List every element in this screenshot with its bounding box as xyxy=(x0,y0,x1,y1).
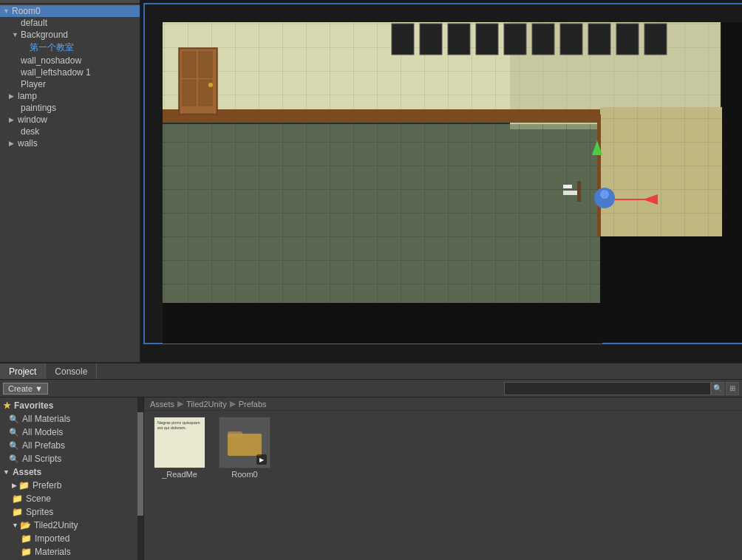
project-toolbar: Create ▼ 🔍 ⊞ xyxy=(0,380,742,397)
bottom-tabs: Project Console xyxy=(0,363,742,380)
hierarchy-item-desk[interactable]: desk xyxy=(0,126,140,137)
hierarchy-item-label: desk xyxy=(21,126,39,137)
layout-icon: ⊞ xyxy=(729,384,735,392)
room0-content: ▶ xyxy=(219,417,270,468)
hierarchy-item-label: window xyxy=(18,115,47,125)
tree-scrollbar[interactable] xyxy=(137,397,143,560)
svg-rect-32 xyxy=(600,236,722,342)
breadcrumb: Assets ▶ Tiled2Unity ▶ Prefabs xyxy=(144,397,742,411)
svg-point-26 xyxy=(208,83,213,87)
hierarchy-item-paintings[interactable]: paintings xyxy=(0,102,140,114)
asset-room0-label: Room0 xyxy=(231,470,257,479)
ptree-all-models[interactable]: 🔍 All Models xyxy=(0,426,143,439)
search-button[interactable]: 🔍 xyxy=(711,382,724,395)
svg-point-39 xyxy=(600,190,609,199)
asset-readme[interactable]: Negras porro quisquam est qui dolorem. _… xyxy=(150,417,209,479)
tree-scroll-thumb[interactable] xyxy=(137,412,143,516)
hierarchy-item-label: Background xyxy=(21,30,68,40)
search-icon-small: 🔍 xyxy=(9,428,19,437)
svg-rect-42 xyxy=(563,185,572,188)
hierarchy-item-player[interactable]: Player xyxy=(0,78,140,90)
hierarchy-item-wall-leftshadow[interactable]: wall_leftshadow 1 xyxy=(0,66,140,78)
svg-rect-30 xyxy=(600,107,722,236)
ptree-sprites[interactable]: 📁 Sprites xyxy=(0,505,143,519)
tab-project-label: Project xyxy=(9,366,36,377)
ptree-all-scripts[interactable]: 🔍 All Scripts xyxy=(0,452,143,465)
search-icon-small: 🔍 xyxy=(9,414,19,424)
asset-room0[interactable]: ▶ Room0 xyxy=(215,417,274,479)
tab-console-label: Console xyxy=(55,366,87,377)
breadcrumb-prefabs: Prefabs xyxy=(239,400,267,409)
assets-label: Assets xyxy=(13,467,41,477)
search-icon-small: 🔍 xyxy=(9,454,19,464)
hierarchy-item-label: Player xyxy=(21,79,46,89)
arrow-icon: ▶ xyxy=(9,140,18,147)
folder-icon: 📁 xyxy=(18,480,30,491)
folder-svg xyxy=(226,428,263,457)
asset-readme-thumb: Negras porro quisquam est qui dolorem. xyxy=(154,417,205,468)
hierarchy-item-label: default xyxy=(21,18,47,28)
ptree-label: Materials xyxy=(35,547,71,557)
tab-project[interactable]: Project xyxy=(0,363,46,379)
assets-right-panel: Assets ▶ Tiled2Unity ▶ Prefabs Negras po… xyxy=(144,397,742,560)
hierarchy-content: ▼ Room0 default ▼ Background 第一个教室 xyxy=(0,4,140,362)
hierarchy-item-default[interactable]: default xyxy=(0,17,140,29)
assets-tree-header: ▼ Assets xyxy=(0,465,143,479)
hierarchy-item-label: lamp xyxy=(18,91,37,101)
ptree-tiled2unity[interactable]: ▼ 📂 Tiled2Unity xyxy=(0,519,143,532)
hierarchy-item-label: paintings xyxy=(21,103,56,113)
hierarchy-item-chinese[interactable]: 第一个教室 xyxy=(0,41,140,55)
ptree-label: Tiled2Unity xyxy=(34,520,78,530)
folder-icon: 📁 xyxy=(12,494,23,504)
asset-room0-thumb: ▶ xyxy=(219,417,270,468)
assets-arrow-icon: ▼ xyxy=(3,468,10,476)
arrow-icon: ▶ xyxy=(9,116,18,123)
ptree-all-prefabs[interactable]: 🔍 All Prefabs xyxy=(0,439,143,452)
create-label: Create ▼ xyxy=(8,384,43,393)
svg-rect-9 xyxy=(420,24,442,55)
arrow-icon: ▼ xyxy=(12,522,18,529)
arrow-icon: ▶ xyxy=(9,92,18,100)
hierarchy-item-wall-noshadow[interactable]: wall_noshadow xyxy=(0,55,140,66)
asset-readme-label: _ReadMe xyxy=(162,470,197,479)
ptree-all-materials[interactable]: 🔍 All Materials xyxy=(0,412,143,426)
breadcrumb-sep2: ▶ xyxy=(230,399,236,409)
create-button[interactable]: Create ▼ xyxy=(3,383,48,395)
layout-button[interactable]: ⊞ xyxy=(726,382,739,395)
search-icon: 🔍 xyxy=(713,384,722,392)
svg-rect-33 xyxy=(722,22,742,342)
breadcrumb-assets: Assets xyxy=(150,400,174,409)
ptree-preferb[interactable]: ▶ 📁 Preferb xyxy=(0,479,143,492)
hierarchy-item-window[interactable]: ▶ window xyxy=(0,114,140,126)
hierarchy-item-walls[interactable]: ▶ walls xyxy=(0,137,140,149)
star-icon: ★ xyxy=(3,400,11,411)
breadcrumb-sep1: ▶ xyxy=(177,399,183,409)
svg-rect-41 xyxy=(577,181,581,202)
arrow-icon: ▼ xyxy=(3,7,12,15)
arrow-icon: ▶ xyxy=(12,482,17,489)
svg-rect-12 xyxy=(504,24,526,55)
hierarchy-item-background[interactable]: ▼ Background xyxy=(0,29,140,41)
svg-rect-15 xyxy=(588,24,610,55)
svg-rect-14 xyxy=(560,24,582,55)
hierarchy-item-lamp[interactable]: ▶ lamp xyxy=(0,90,140,102)
tab-console[interactable]: Console xyxy=(46,363,97,379)
svg-rect-24 xyxy=(183,80,196,106)
scene-view[interactable] xyxy=(140,0,742,362)
svg-rect-10 xyxy=(448,24,470,55)
project-body: ★ Favorites 🔍 All Materials 🔍 All Models… xyxy=(0,397,742,560)
ptree-label: Sprites xyxy=(26,507,53,517)
svg-rect-17 xyxy=(644,24,667,55)
svg-rect-13 xyxy=(532,24,554,55)
assets-content: Negras porro quisquam est qui dolorem. _… xyxy=(144,411,742,560)
ptree-imported[interactable]: 📁 Imported xyxy=(0,532,143,545)
search-input[interactable] xyxy=(504,382,711,395)
ptree-materials[interactable]: 📁 Materials xyxy=(0,545,143,559)
ptree-scene[interactable]: 📁 Scene xyxy=(0,492,143,505)
hierarchy-item-room0[interactable]: ▼ Room0 xyxy=(0,5,140,17)
favorites-header: ★ Favorites xyxy=(0,399,143,412)
arrow-icon: ▼ xyxy=(12,31,21,38)
readme-content: Negras porro quisquam est qui dolorem. xyxy=(154,417,205,468)
folder-icon: 📂 xyxy=(20,520,31,530)
svg-rect-11 xyxy=(476,24,498,55)
